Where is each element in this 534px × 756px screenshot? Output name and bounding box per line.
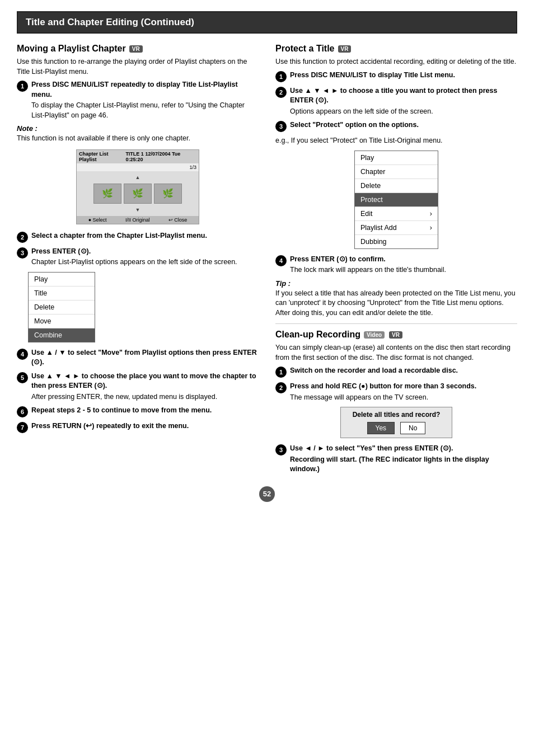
chapter-page: 1/3 (77, 163, 199, 171)
step-1-right: 1 Press DISC MENU/LIST to display Title … (275, 71, 517, 82)
menu-item-move[interactable]: Move (29, 314, 95, 328)
menu-label-move: Move (34, 317, 51, 325)
title-label-play: Play (360, 154, 374, 162)
chapter-thumbnails: 🌿 🌿 🌿 (93, 184, 182, 204)
menu-label-play-left: Play (34, 275, 48, 283)
dialog-yes-button[interactable]: Yes (367, 422, 395, 434)
title-menu-play[interactable]: Play (355, 151, 438, 165)
vr-badge-right: VR (338, 45, 352, 53)
tip-block: Tip : If you select a title that has alr… (275, 279, 517, 318)
note-text: This function is not available if there … (17, 134, 259, 144)
chapter-screen: Chapter List Playlist TITLE 1 12/07/2004… (76, 149, 199, 224)
step-num-1-left: 1 (17, 81, 28, 92)
step-6-left: 6 Repeat steps 2 - 5 to continue to move… (17, 406, 259, 417)
menu-item-play-left[interactable]: Play (29, 273, 95, 287)
video-badge: Video (364, 331, 385, 339)
chapter-screen-header-left: Chapter List Playlist (79, 151, 125, 162)
note-block: Note : This function is not available if… (17, 124, 259, 144)
title-menu-dubbing[interactable]: Dubbing (355, 235, 438, 248)
title-label-dubbing: Dubbing (360, 238, 387, 246)
step-text-2-right: Use ▲ ▼ ◄ ► to choose a title you want t… (290, 86, 517, 117)
right-column: Protect a Title VR Use this function to … (275, 44, 517, 478)
step-num-3-right: 3 (275, 121, 287, 132)
title-label-edit: Edit (360, 210, 373, 218)
step-2-left: 2 Select a chapter from the Chapter List… (17, 231, 259, 243)
footer-original: I/II Original (125, 217, 150, 223)
cleanup-dialog: Delete all titles and record? Yes No (340, 407, 452, 438)
chapter-screen-header-right: TITLE 1 12/07/2004 Tue 0:25:20 (125, 151, 196, 162)
cleanup-step-text-2: Press and hold REC (●) button for more t… (290, 382, 517, 402)
title-menu-playlist-add[interactable]: Playlist Add › (355, 221, 438, 235)
cleanup-step-2: 2 Press and hold REC (●) button for more… (275, 382, 517, 402)
playlist-arrow: › (430, 224, 432, 232)
menu-item-combine[interactable]: Combine (29, 328, 95, 342)
cleanup-step-text-3: Use ◄ / ► to select "Yes" then press ENT… (290, 444, 517, 475)
menu-label-delete-left: Delete (34, 303, 54, 311)
menu-label-combine: Combine (34, 331, 62, 339)
title-menu-edit[interactable]: Edit › (355, 207, 438, 221)
cleanup-section-title: Clean-up Recording Video VR (275, 330, 517, 340)
step-num-5-left: 5 (17, 372, 28, 383)
step-num-6-left: 6 (17, 406, 28, 417)
step-text-4-left: Use ▲ / ▼ to select "Move" from Playlist… (31, 348, 259, 368)
tip-title: Tip : (275, 279, 517, 288)
tip-text: If you select a title that has already b… (275, 289, 517, 318)
step-5-left: 5 Use ▲ ▼ ◄ ► to choose the place you wa… (17, 372, 259, 402)
chapter-nav-down: ▼ (135, 207, 140, 213)
example-text: e.g., If you select "Protect" on Title L… (275, 136, 517, 146)
step-3-right: 3 Select "Protect" option on the options… (275, 120, 517, 132)
step-num-7-left: 7 (17, 422, 28, 433)
step-4-right: 4 Press ENTER (⊙) to confirm. The lock m… (275, 255, 517, 275)
left-section-title: Moving a Playlist Chapter VR (17, 44, 259, 54)
menu-item-title[interactable]: Title (29, 287, 95, 300)
step-1-left: 1 Press DISC MENU/LIST repeatedly to dis… (17, 80, 259, 120)
step-num-2-left: 2 (17, 232, 28, 243)
step-text-3-left: Press ENTER (⊙). Chapter List-Playlist o… (31, 247, 259, 267)
right-intro: Use this function to protect accidental … (275, 57, 517, 67)
chapter-screen-body: ▲ 🌿 🌿 🌿 ▼ (77, 171, 199, 216)
note-title: Note : (17, 124, 259, 133)
cleanup-step-num-3: 3 (275, 444, 287, 456)
step-num-1-right: 1 (275, 71, 287, 82)
divider (275, 323, 517, 324)
step-num-4-right: 4 (275, 255, 287, 266)
chapter-thumb-3: 🌿 (154, 184, 182, 204)
chapter-screen-header: Chapter List Playlist TITLE 1 12/07/2004… (77, 150, 199, 163)
chapter-nav-up: ▲ (135, 175, 140, 180)
chapter-thumb-2: 🌿 (124, 184, 152, 204)
step-text-5-left: Use ▲ ▼ ◄ ► to choose the place you want… (31, 372, 259, 402)
step-4-left: 4 Use ▲ / ▼ to select "Move" from Playli… (17, 348, 259, 368)
title-label-delete: Delete (360, 182, 381, 190)
right-section-title: Protect a Title VR (275, 44, 517, 54)
step-7-left: 7 Press RETURN (↩) repeatedly to exit th… (17, 421, 259, 433)
cleanup-step-1: 1 Switch on the recorder and load a reco… (275, 366, 517, 378)
page-title: Title and Chapter Editing (Continued) (17, 11, 517, 34)
title-label-protect: Protect (360, 196, 383, 204)
chapter-screen-footer: ● Select I/II Original ↩ Close (77, 216, 199, 224)
menu-label-title: Title (34, 289, 47, 297)
step-text-6-left: Repeat steps 2 - 5 to continue to move f… (31, 406, 259, 416)
title-menu: Play Chapter Delete Protect Edit › Playl… (354, 151, 438, 249)
step-2-right: 2 Use ▲ ▼ ◄ ► to choose a title you want… (275, 86, 517, 117)
footer-select: ● Select (88, 217, 107, 223)
left-column: Moving a Playlist Chapter VR Use this fu… (17, 44, 259, 478)
step-num-3-left: 3 (17, 247, 28, 259)
title-menu-chapter[interactable]: Chapter (355, 165, 438, 179)
dialog-no-button[interactable]: No (400, 422, 425, 434)
chapter-thumb-1: 🌿 (93, 184, 121, 204)
edit-arrow: › (430, 210, 432, 218)
title-menu-delete[interactable]: Delete (355, 179, 438, 193)
page-number: 52 (259, 486, 275, 502)
protect-title-heading: Protect a Title (275, 44, 335, 54)
dialog-buttons: Yes No (344, 422, 448, 434)
menu-item-delete-left[interactable]: Delete (29, 300, 95, 314)
cleanup-intro: You can simply clean-up (erase) all cont… (275, 343, 517, 363)
step-text-7-left: Press RETURN (↩) repeatedly to exit the … (31, 421, 259, 431)
vr-badge-left: VR (129, 45, 143, 53)
left-intro: Use this function to re-arrange the play… (17, 57, 259, 77)
cleanup-step-3: 3 Use ◄ / ► to select "Yes" then press E… (275, 444, 517, 475)
title-menu-protect[interactable]: Protect (355, 193, 438, 207)
step-3-left: 3 Press ENTER (⊙). Chapter List-Playlist… (17, 247, 259, 267)
left-options-menu: Play Title Delete Move Combine (28, 272, 95, 342)
step-text-2-left: Select a chapter from the Chapter List-P… (31, 231, 259, 241)
